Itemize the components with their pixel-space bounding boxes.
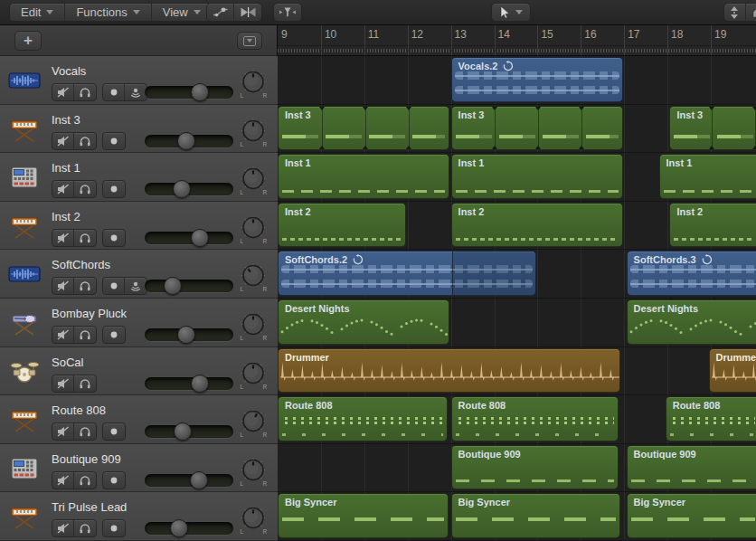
track-header-bombay-pluck[interactable]: Bombay PluckLR [0, 299, 278, 347]
track-header-boutique-909[interactable]: Boutique 909LR [0, 444, 278, 493]
region[interactable]: Inst 3 [669, 106, 756, 151]
pan-knob[interactable]: LR [237, 407, 269, 443]
region[interactable]: Vocals.2 [451, 57, 623, 102]
pan-knob[interactable]: LR [237, 165, 269, 201]
pan-knob[interactable]: LR [237, 214, 269, 250]
region[interactable]: Inst 2 [278, 203, 406, 248]
volume-slider[interactable] [145, 522, 233, 535]
volume-thumb[interactable] [177, 326, 195, 344]
pointer-tool-button[interactable] [492, 4, 530, 21]
track-header-vocals[interactable]: VocalsLR [0, 56, 278, 105]
volume-slider[interactable] [145, 280, 233, 292]
input-monitor-button[interactable] [125, 84, 146, 100]
region[interactable]: SoftChords.2 [278, 251, 536, 296]
region[interactable]: Desert Nights [627, 299, 756, 345]
bar-ruler[interactable]: 910111213141516171819 [278, 25, 756, 56]
record-button[interactable] [103, 230, 125, 246]
automation-button[interactable] [207, 4, 234, 21]
mute-button[interactable] [52, 472, 74, 489]
track-header-route-808[interactable]: Route 808LR [0, 395, 278, 444]
track-header-softchords[interactable]: SoftChordsLR [0, 250, 278, 299]
add-track-button[interactable]: + [14, 31, 42, 51]
volume-thumb[interactable] [170, 519, 188, 537]
mute-button[interactable] [52, 181, 74, 197]
solo-button[interactable] [74, 472, 96, 489]
region[interactable]: Inst 1 [659, 154, 756, 199]
solo-button[interactable] [74, 84, 96, 100]
region[interactable]: Big Syncer [627, 493, 756, 538]
volume-thumb[interactable] [190, 471, 208, 489]
region[interactable]: Inst 2 [669, 203, 756, 248]
region[interactable]: SoftChords.3 [627, 251, 756, 296]
region[interactable]: Route 808 [278, 396, 448, 441]
region[interactable]: Drummer [278, 348, 620, 394]
mute-button[interactable] [52, 520, 74, 536]
record-button[interactable] [103, 84, 125, 100]
pan-knob[interactable]: LR [237, 359, 269, 395]
solo-button[interactable] [74, 278, 96, 294]
record-button[interactable] [103, 278, 125, 294]
input-monitor-button[interactable] [125, 278, 146, 294]
solo-button[interactable] [74, 520, 96, 536]
region[interactable]: Route 808 [451, 396, 619, 441]
volume-thumb[interactable] [173, 180, 191, 198]
region[interactable]: Inst 1 [278, 154, 449, 199]
track-header-tri-pulse-lead[interactable]: Tri Pulse LeadLR [0, 492, 278, 541]
flex-button[interactable] [234, 4, 261, 21]
region[interactable]: Inst 3 [451, 106, 623, 151]
track-display-options-button[interactable] [237, 32, 262, 50]
track-header-socal[interactable]: SoCalLR [0, 347, 278, 396]
record-button[interactable] [103, 327, 125, 343]
region[interactable]: Route 808 [666, 396, 756, 441]
solo-button[interactable] [74, 327, 96, 343]
volume-thumb[interactable] [174, 422, 192, 441]
vertical-zoom-button[interactable] [724, 4, 746, 21]
waveform-zoom-button[interactable] [746, 4, 756, 21]
pan-knob[interactable]: LR [237, 504, 269, 540]
mute-button[interactable] [52, 84, 74, 100]
solo-button[interactable] [74, 423, 96, 440]
pan-knob[interactable]: LR [237, 310, 269, 346]
region[interactable]: Desert Nights [278, 299, 449, 345]
volume-thumb[interactable] [191, 229, 209, 247]
region[interactable]: Big Syncer [278, 493, 449, 538]
record-button[interactable] [103, 520, 125, 536]
view-menu[interactable]: View [152, 4, 212, 21]
region[interactable]: Drummer [709, 348, 756, 394]
solo-button[interactable] [74, 133, 96, 149]
record-button[interactable] [103, 133, 125, 149]
track-header-inst-1[interactable]: Inst 1LR [0, 153, 278, 202]
volume-thumb[interactable] [191, 83, 209, 101]
record-button[interactable] [103, 423, 125, 440]
mute-button[interactable] [52, 133, 74, 149]
track-header-inst-2[interactable]: Inst 2LR [0, 202, 278, 251]
solo-button[interactable] [74, 375, 96, 392]
volume-thumb[interactable] [164, 277, 182, 295]
mute-button[interactable] [52, 327, 74, 343]
mute-button[interactable] [52, 375, 74, 392]
region[interactable]: Big Syncer [451, 493, 621, 538]
mute-button[interactable] [52, 423, 74, 440]
edit-menu[interactable]: Edit [10, 4, 65, 21]
volume-slider[interactable] [145, 232, 233, 244]
pan-knob[interactable]: LR [237, 68, 269, 104]
region[interactable]: Inst 3 [278, 106, 449, 151]
filter-button[interactable] [274, 4, 301, 21]
volume-thumb[interactable] [177, 132, 195, 150]
volume-slider[interactable] [145, 474, 233, 487]
functions-menu[interactable]: Functions [65, 4, 151, 21]
region[interactable]: Inst 1 [451, 154, 623, 199]
region[interactable]: Inst 2 [451, 203, 623, 248]
region[interactable]: Boutique 909 [627, 445, 756, 490]
pan-knob[interactable]: LR [237, 261, 269, 298]
record-button[interactable] [103, 472, 125, 489]
record-button[interactable] [103, 181, 125, 197]
region[interactable]: Boutique 909 [451, 445, 619, 490]
solo-button[interactable] [74, 181, 96, 197]
pan-knob[interactable]: LR [237, 456, 269, 492]
arrange-area[interactable]: Vocals.2Inst 3Inst 3Inst 3Inst 1Inst 1In… [278, 56, 756, 541]
volume-slider[interactable] [145, 86, 233, 99]
pan-knob[interactable]: LR [237, 117, 269, 153]
volume-slider[interactable] [145, 183, 233, 195]
volume-slider[interactable] [145, 328, 233, 341]
